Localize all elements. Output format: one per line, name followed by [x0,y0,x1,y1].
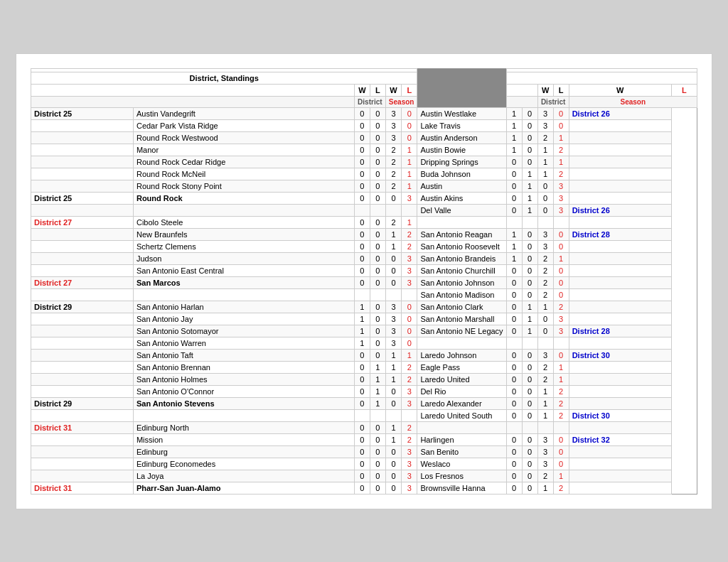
left-w2-cell [385,288,401,301]
left-w1-cell: 1 [354,313,370,325]
right-school-cell: Brownsville Hanna [417,482,506,494]
left-l2-cell: 3 [402,252,417,264]
left-w2-cell: 0 [385,385,401,397]
right-l1-cell: 0 [522,373,537,385]
left-district-cell [31,228,134,240]
left-w1-header: W [354,84,370,96]
table-row: Del Valle0103District 26 [31,204,697,216]
left-district-cell [31,156,134,168]
district-label: District 31 [34,484,72,492]
right-w1-cell: 0 [506,349,522,361]
left-school-cell: Pharr-San Juan-Alamo [133,482,354,494]
right-school-cell: San Antonio Johnson [417,276,506,288]
left-school-cell: San Antonio Jay [133,313,354,325]
right-l2-cell: 1 [553,131,569,144]
right-l1-cell: 1 [522,204,537,216]
right-w1-cell: 1 [506,228,522,240]
left-subtitle: District, Standings [31,72,417,84]
left-w1-cell: 0 [354,482,370,494]
right-school-cell: San Antonio Marshall [417,313,506,325]
right-district-end-cell: District 26 [569,107,671,119]
right-school-cell [417,337,506,349]
right-l2-cell: 2 [553,301,569,313]
right-w1-cell: 0 [506,168,522,180]
left-w2-cell: 2 [385,144,401,156]
left-l1-cell [370,409,385,421]
table-row: District 29San Antonio Harlan1030San Ant… [31,301,697,313]
left-w2-cell: 1 [385,373,401,385]
right-district-end-cell: District 28 [569,228,671,240]
right-w1-cell: 0 [506,301,522,313]
left-school-cell: La Joya [133,470,354,482]
left-l1-cell: 0 [370,276,385,288]
left-l2-cell: 2 [402,228,417,240]
left-w1-cell: 0 [354,385,370,397]
left-school-cell: Edinburg [133,445,354,458]
right-w1-cell [506,337,522,349]
left-w1-cell [354,409,370,421]
right-l2-cell: 0 [553,433,569,445]
right-school-cell: San Benito [417,445,506,458]
left-l1-cell: 0 [370,421,385,433]
right-w1-cell: 1 [506,144,522,156]
right-school-cell: Austin Bowie [417,144,506,156]
left-w1-cell: 0 [354,216,370,228]
left-school-cell: Round Rock Westwood [133,131,354,144]
district-label: District 27 [34,218,72,227]
left-district-cell [31,373,134,385]
right-l2-cell: 0 [553,349,569,361]
right-l2-cell: 3 [553,313,569,325]
left-l2-cell: 3 [402,470,417,482]
table-row: Manor0021Austin Bowie1012 [31,144,697,156]
left-l1-cell: 0 [370,313,385,325]
right-l2-cell: 0 [553,228,569,240]
left-l1-cell: 1 [370,361,385,373]
left-district-cell [31,433,134,445]
left-w2-cell: 0 [385,397,401,409]
right-district-end-cell [569,301,671,313]
right-l1-cell: 0 [522,288,537,301]
right-w1-cell: 0 [506,470,522,482]
left-l2-cell: 1 [402,156,417,168]
right-l2-cell: 1 [553,373,569,385]
left-school-cell: Cibolo Steele [133,216,354,228]
right-w1-cell: 0 [506,397,522,409]
left-l2-header: L [402,84,417,96]
right-l2-cell: 0 [553,264,569,276]
left-l2-cell [402,204,417,216]
table-row: San Antonio Sotomayor1030San Antonio NE … [31,325,697,337]
table-row: District 31Edinburg North0012 [31,421,697,433]
right-w2-cell: 1 [537,482,553,494]
right-district-end-cell [569,252,671,264]
right-district-end-cell: District 28 [569,325,671,337]
right-l1-header: L [553,84,569,96]
left-w1-cell: 0 [354,470,370,482]
right-conf [506,84,537,96]
right-l1-cell: 0 [522,107,537,119]
left-l2-cell [402,288,417,301]
left-l1-header: L [370,84,385,96]
right-district-end-cell [569,385,671,397]
right-l2-cell: 3 [553,192,569,204]
right-school-cell: Laredo United South [417,409,506,421]
right-l2-cell: 2 [553,385,569,397]
right-w1-cell: 0 [506,313,522,325]
right-school-cell: San Antonio Churchill [417,264,506,276]
right-district-end-cell [569,313,671,325]
table-row: San Antonio Brennan0112Eagle Pass0021 [31,361,697,373]
left-district-cell [31,445,134,458]
right-w1-cell [506,216,522,228]
left-l2-cell: 3 [402,458,417,470]
left-school-cell: Manor [133,144,354,156]
right-district-end-cell: District 30 [569,349,671,361]
left-l2-cell: 3 [402,276,417,288]
left-l1-cell: 0 [370,301,385,313]
left-w1-cell: 0 [354,144,370,156]
right-w1-cell: 0 [506,264,522,276]
left-district-cell [31,325,134,337]
right-w2-cell: 3 [537,458,553,470]
right-school-cell: San Antonio Madison [417,288,506,301]
right-region [506,96,537,107]
left-w1-cell: 0 [354,433,370,445]
right-l1-cell: 1 [522,168,537,180]
